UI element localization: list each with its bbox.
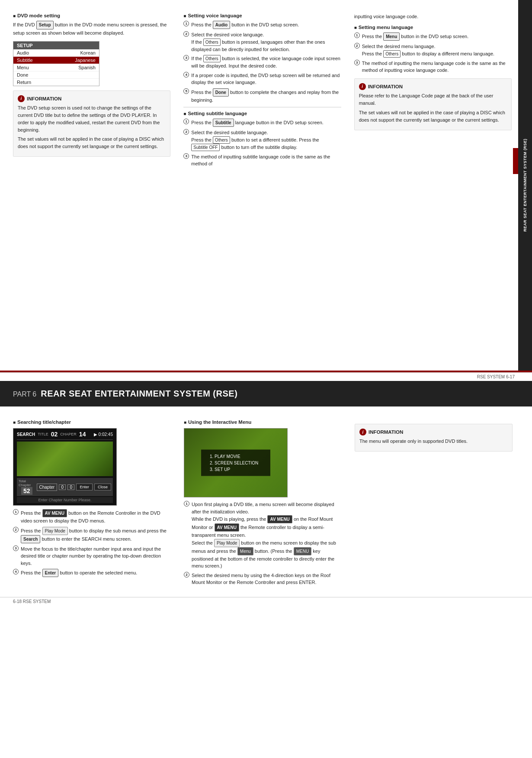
- menu-btn2: Menu: [237, 547, 253, 555]
- ch-val2[interactable]: 0: [67, 484, 74, 490]
- info-title-bottom: i INFORMATION: [359, 429, 508, 435]
- sub-step1: 1 Press the Subtitle language button in …: [183, 119, 341, 127]
- info-icon-dvd: i: [18, 95, 25, 102]
- setup-row-subtitle: SubtitleJapanese: [13, 57, 99, 64]
- dvd-mode-para: If the DVD Setup button in the DVD mode …: [13, 21, 170, 37]
- av-menu-btn1: AV MENU: [42, 509, 67, 517]
- setup-box-title: SETUP: [13, 42, 99, 49]
- menu-item-1: 1. PLAY MOVIE: [210, 453, 262, 460]
- menu-item-2: 2. SCREEN SELECTION: [210, 460, 262, 466]
- voice-step5: 5 Press the Done button to complete the …: [183, 88, 341, 104]
- col2-voice-subtitle: Setting voice language 1 Press the Audio…: [177, 13, 347, 362]
- voice-lang-title: Setting voice language: [183, 13, 341, 18]
- play-mode-btn1: Play Mode: [42, 527, 68, 535]
- voice-step3: 3 If the Others button is selected, the …: [183, 55, 341, 70]
- menu-step2: 2 Select the desired menu language. Pres…: [354, 43, 512, 58]
- search-title: Searching title/chapter: [13, 419, 171, 425]
- col3-menu-lang: inputting voice language code. Setting m…: [348, 13, 518, 362]
- col1-dvd-mode: DVD mode setting If the DVD Setup button…: [13, 13, 177, 362]
- audio-btn: Audio: [213, 21, 230, 29]
- page-bottom-section: Searching title/chapter SEARCH TITLE 02 …: [0, 406, 532, 597]
- bottom-col1-search: Searching title/chapter SEARCH TITLE 02 …: [13, 419, 177, 588]
- search-input-hint: Enter Chapter Number Please.: [17, 497, 113, 503]
- info-text-dvd2: The set values will not be applied in th…: [18, 135, 166, 150]
- search-top-row: SEARCH TITLE 02 CHAPER 14 ▶ 0:02:45: [17, 431, 113, 440]
- search-step2: 2 Press the Play Mode button to display …: [13, 527, 171, 543]
- side-tab: REAR SEAT ENTERTAINMENT SYSTEM (RSE): [518, 0, 532, 371]
- search-step4: 4 Press the Enter button to operate the …: [13, 569, 171, 577]
- sub-step3: 3 The method of inputting subtitle langu…: [183, 153, 341, 168]
- interactive-menu-overlay: 1. PLAY MOVIE 2. SCREEN SELECTION 3. SET…: [201, 450, 270, 476]
- search-image-area: [17, 442, 113, 476]
- enter-btn[interactable]: Enter: [76, 484, 93, 490]
- interactive-display: 1. PLAY MOVIE 2. SCREEN SELECTION 3. SET…: [184, 428, 288, 497]
- enter-btn-text: Enter: [42, 569, 59, 577]
- interactive-step2: 2 Select the desired menu by using the 4…: [184, 572, 342, 586]
- setup-row-return: Return: [13, 79, 99, 86]
- others-btn-v3: Others: [203, 55, 221, 62]
- others-btn-v2: Others: [203, 39, 221, 46]
- done-btn: Done: [213, 88, 229, 97]
- side-marker: [513, 148, 518, 174]
- info-box-bottom: i INFORMATION The menu will operate only…: [355, 424, 513, 452]
- info-text-bottom: The menu will operate only in supported …: [359, 438, 508, 445]
- search-display: SEARCH TITLE 02 CHAPER 14 ▶ 0:02:45 Tota…: [13, 428, 117, 506]
- part-title: REAR SEAT ENTERTAINMENT SYSTEM (RSE): [41, 389, 237, 399]
- info-title-dvd: i INFORMATION: [18, 95, 166, 102]
- part-label: PART 6: [13, 390, 36, 398]
- info-text-menu1: Please refer to the Language Code page a…: [359, 92, 507, 107]
- setup-box: SETUP AudioKorean SubtitleJapanese MenuS…: [13, 41, 99, 86]
- setup-row-menu: MenuSpanish: [13, 64, 99, 71]
- interactive-title: Using the Interactive Menu: [184, 419, 342, 425]
- info-title-menu: i INFORMATION: [359, 83, 507, 90]
- setup-row-done: Done: [13, 71, 99, 79]
- av-menu-btn2: AV MENU: [267, 515, 292, 523]
- dvd-mode-title: DVD mode setting: [13, 13, 170, 18]
- page-footer-bottom: 6-18 RSE SYSTEM: [0, 597, 532, 606]
- search-btn2: Search: [21, 535, 40, 543]
- search-bottom-bar: Total Chapter 52 Chapter 0 0 Enter Close: [17, 478, 113, 496]
- page-footer-top: RSE SYSTEM 6-17: [0, 372, 532, 381]
- voice-step1: 1 Press the Audio button in the DVD setu…: [183, 21, 341, 29]
- search-step1: 1 Press the AV MENU button on the Remote…: [13, 509, 171, 525]
- menu-step3: 3 The method of inputting the menu langu…: [354, 60, 512, 74]
- subtitle-lang-title: Setting subtitle language: [183, 111, 341, 116]
- chapter-input[interactable]: Chapter: [37, 484, 58, 491]
- menu-btn-inline: Menu: [383, 32, 400, 41]
- page-top-section: DVD mode setting If the DVD Setup button…: [0, 0, 532, 372]
- menu-lang-title: Setting menu language: [354, 25, 512, 30]
- main-content-top: DVD mode setting If the DVD Setup button…: [0, 0, 518, 371]
- play-mode-btn2: Play Mode: [214, 539, 240, 547]
- close-btn[interactable]: Close: [94, 484, 111, 490]
- info-box-menu: i INFORMATION Please refer to the Langua…: [354, 78, 512, 130]
- search-label: SEARCH: [17, 432, 35, 437]
- subtitle-off-btn: Subtitle OFF: [191, 144, 220, 151]
- interactive-step1: 1 Upon first playing a DVD title, a menu…: [184, 501, 342, 570]
- setup-row-audio: AudioKorean: [13, 49, 99, 57]
- menu-item-3: 3. SET UP: [210, 466, 262, 473]
- sub-step2: 2 Select the desired subtitle language. …: [183, 129, 341, 151]
- ch-val1[interactable]: 0: [59, 484, 66, 490]
- info-icon-menu: i: [359, 83, 366, 90]
- av-menu-btn3: AV MENU: [215, 523, 239, 532]
- bottom-col2-interactive: Using the Interactive Menu 1. PLAY MOVIE…: [177, 419, 348, 588]
- bottom-col3-info: i INFORMATION The menu will operate only…: [348, 419, 519, 588]
- setup-btn-inline: Setup: [36, 21, 54, 29]
- others-btn-s2: Others: [213, 136, 230, 144]
- part-header: PART 6 REAR SEAT ENTERTAINMENT SYSTEM (R…: [0, 381, 532, 406]
- others-btn-m2: Others: [383, 50, 401, 58]
- search-bg-image: [17, 442, 113, 476]
- info-box-dvd: i INFORMATION The DVD setup screen is us…: [13, 90, 170, 157]
- subtitle-btn: Subtitle: [213, 119, 234, 127]
- menu-step1: 1 Press the Menu button in the DVD setup…: [354, 32, 512, 41]
- voice-step2: 2 Select the desired voice language. If …: [183, 31, 341, 53]
- info-text-dvd: The DVD setup screen is used not to chan…: [18, 104, 166, 134]
- continue-text: inputting voice language code.: [354, 13, 512, 20]
- info-text-menu2: The set values will not be applied in th…: [359, 109, 507, 124]
- info-icon-bottom: i: [359, 429, 366, 435]
- search-step3: 3 Move the focus to the title/chapter nu…: [13, 545, 171, 567]
- menu-btn3: MENU: [294, 547, 311, 555]
- voice-step4: 4 If a proper code is inputted, the DVD …: [183, 72, 341, 86]
